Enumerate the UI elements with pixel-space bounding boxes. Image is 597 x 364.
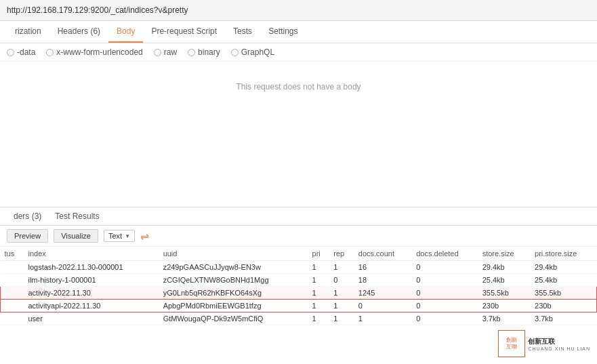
table-cell: 29.4kb (531, 261, 596, 274)
tab-settings[interactable]: Settings (260, 21, 306, 43)
table-cell: 0 (412, 300, 478, 312)
bottom-logo: 創新互聯 创新互联 CHUANG XIN HU LIAN (498, 330, 590, 357)
table-cell: 1 (308, 261, 330, 274)
table-cell: 1 (329, 300, 354, 312)
table-cell: 0 (412, 261, 478, 274)
table-cell: 0 (412, 274, 478, 287)
option-urlencoded-label: x-www-form-urlencoded (56, 47, 142, 57)
data-table: tus index uuid pri rep docs.count docs.d… (0, 247, 597, 325)
data-table-container: tus index uuid pri rep docs.count docs.d… (0, 247, 597, 325)
table-cell (1, 312, 24, 325)
table-cell: 1 (354, 312, 412, 325)
option-form-data-label: -data (17, 47, 35, 57)
table-cell: 25.4kb (478, 274, 531, 287)
table-cell: 0 (354, 300, 412, 312)
main-tabs: rization Headers (6) Body Pre-request Sc… (0, 21, 597, 43)
table-cell: 1 (308, 312, 330, 325)
table-cell: 16 (354, 261, 412, 274)
resp-tab-test-results[interactable]: Test Results (48, 207, 106, 225)
visualize-button[interactable]: Visualize (54, 229, 98, 243)
preview-button[interactable]: Preview (7, 229, 48, 243)
table-row: userGtMWougaQP-Dk9zW5mCfiQ11103.7kb3.7kb (1, 312, 597, 325)
col-header-index: index (24, 247, 159, 261)
option-form-data[interactable]: -data (7, 47, 35, 57)
response-section: ders (3) Test Results Preview Visualize … (0, 207, 597, 325)
table-cell: ilm-history-1-000001 (24, 274, 159, 287)
no-body-message: This request does not have a body (0, 62, 597, 112)
response-tabs-row: ders (3) Test Results (0, 207, 597, 226)
resp-tab-headers[interactable]: ders (3) (7, 207, 48, 225)
tab-tests[interactable]: Tests (225, 21, 260, 43)
table-cell: 1 (329, 287, 354, 300)
table-body: logstash-2022.11.30-000001z249pGAASCuJJy… (1, 261, 597, 325)
col-header-docs-deleted: docs.deleted (412, 247, 478, 261)
url-bar: http://192.168.179.129:9200/_cat/indices… (0, 0, 597, 21)
col-header-status: tus (1, 247, 24, 261)
table-cell (1, 287, 24, 300)
table-cell: 1 (308, 300, 330, 312)
table-cell: 1 (329, 261, 354, 274)
table-cell: zCGIQeLXTNW8GoBNHd1Mgg (159, 274, 308, 287)
radio-raw[interactable] (154, 49, 161, 56)
option-graphql[interactable]: GraphQL (231, 47, 274, 57)
option-binary[interactable]: binary (188, 47, 220, 57)
radio-graphql[interactable] (231, 49, 239, 56)
radio-form-data[interactable] (7, 49, 14, 56)
table-cell (1, 274, 24, 287)
table-cell: 230b (531, 300, 596, 312)
table-row: activityapi-2022.11.30ApbgPMd0RbmiEEWGB1… (1, 300, 597, 312)
table-cell: 230b (478, 300, 531, 312)
table-row: logstash-2022.11.30-000001z249pGAASCuJJy… (1, 261, 597, 274)
table-cell: 1245 (354, 287, 412, 300)
table-cell: activity-2022.11.30 (24, 287, 159, 300)
option-urlencoded[interactable]: x-www-form-urlencoded (46, 47, 142, 57)
table-cell: 1 (308, 274, 330, 287)
tab-body[interactable]: Body (108, 21, 143, 43)
format-row: Preview Visualize Text ▼ ⇌ (0, 226, 597, 247)
table-cell: user (24, 312, 159, 325)
col-header-pri: pri (308, 247, 330, 261)
tab-authorization[interactable]: rization (7, 21, 49, 43)
table-cell (1, 261, 24, 274)
table-row: ilm-history-1-000001zCGIQeLXTNW8GoBNHd1M… (1, 274, 597, 287)
table-cell: 18 (354, 274, 412, 287)
radio-urlencoded[interactable] (46, 49, 54, 56)
option-graphql-label: GraphQL (241, 47, 274, 57)
table-cell: activityapi-2022.11.30 (24, 300, 159, 312)
table-cell: 355.5kb (478, 287, 531, 300)
logo-main-text: 创新互联 (528, 337, 590, 346)
table-row: activity-2022.11.30yG0Lnb5qR62hKBFKO64sX… (1, 287, 597, 300)
table-cell: 25.4kb (531, 274, 596, 287)
logo-icon: 創新互聯 (506, 337, 517, 350)
col-header-pri-store-size: pri.store.size (531, 247, 596, 261)
sort-icon[interactable]: ⇌ (140, 230, 149, 243)
table-header-row: tus index uuid pri rep docs.count docs.d… (1, 247, 597, 261)
spacer (0, 112, 597, 207)
table-cell: logstash-2022.11.30-000001 (24, 261, 159, 274)
table-cell: 0 (412, 312, 478, 325)
table-cell: 1 (308, 287, 330, 300)
text-dropdown-label: Text (108, 232, 122, 240)
table-cell: yG0Lnb5qR62hKBFKO64sXg (159, 287, 308, 300)
table-cell: 29.4kb (478, 261, 531, 274)
chevron-down-icon: ▼ (125, 233, 130, 239)
body-options-row: -data x-www-form-urlencoded raw binary G… (0, 43, 597, 62)
text-format-dropdown[interactable]: Text ▼ (104, 230, 135, 242)
table-cell: 355.5kb (531, 287, 596, 300)
col-header-store-size: store.size (478, 247, 531, 261)
col-header-uuid: uuid (159, 247, 308, 261)
col-header-docs-count: docs.count (354, 247, 412, 261)
option-raw-label: raw (164, 47, 177, 57)
tab-pre-request[interactable]: Pre-request Script (143, 21, 225, 43)
option-raw[interactable]: raw (154, 47, 177, 57)
col-header-rep: rep (329, 247, 354, 261)
table-cell: ApbgPMd0RbmiEEWGB1tfzg (159, 300, 308, 312)
table-cell: z249pGAASCuJJyqw8-EN3w (159, 261, 308, 274)
table-cell: 0 (329, 274, 354, 287)
radio-binary[interactable] (188, 49, 195, 56)
table-cell: 1 (329, 312, 354, 325)
tab-headers[interactable]: Headers (6) (49, 21, 108, 43)
url-text: http://192.168.179.129:9200/_cat/indices… (7, 5, 188, 15)
logo-sub-text: CHUANG XIN HU LIAN (528, 346, 590, 351)
table-cell: 3.7kb (478, 312, 531, 325)
